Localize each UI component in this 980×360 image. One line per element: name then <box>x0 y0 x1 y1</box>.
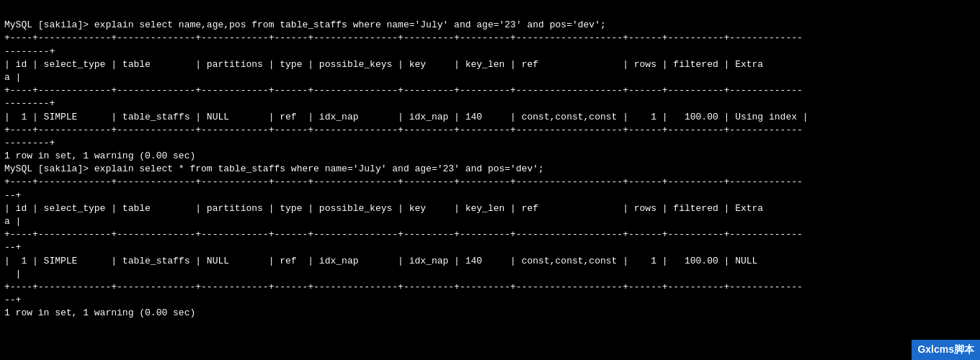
terminal-line: | id | select_type | table | partitions … <box>4 58 976 71</box>
terminal-line: | id | select_type | table | partitions … <box>4 202 976 215</box>
terminal-line: +----+-------------+--------------+-----… <box>4 281 976 294</box>
terminal-line: a | <box>4 215 976 228</box>
terminal-line: 1 row in set, 1 warning (0.00 sec) <box>4 307 976 320</box>
terminal-line: +----+-------------+--------------+-----… <box>4 176 976 189</box>
terminal-line: | <box>4 268 976 281</box>
terminal-line: +----+-------------+--------------+-----… <box>4 124 976 137</box>
terminal-window: MySQL [sakila]> explain select name,age,… <box>0 0 980 360</box>
terminal-line: +----+-------------+--------------+-----… <box>4 228 976 241</box>
terminal-line: --------+ <box>4 137 976 150</box>
terminal-line: --+ <box>4 189 976 202</box>
terminal-line: --------+ <box>4 97 976 110</box>
terminal-line: MySQL [sakila]> explain select * from ta… <box>4 163 976 176</box>
terminal-line: +----+-------------+--------------+-----… <box>4 32 976 45</box>
terminal-line: a | <box>4 71 976 84</box>
terminal-line: | 1 | SIMPLE | table_staffs | NULL | ref… <box>4 111 976 124</box>
terminal-line: MySQL [sakila]> explain select name,age,… <box>4 19 976 32</box>
terminal-line: | 1 | SIMPLE | table_staffs | NULL | ref… <box>4 255 976 268</box>
watermark-label: Gxlcms脚本 <box>912 340 980 360</box>
terminal-line: --+ <box>4 241 976 254</box>
terminal-line: +----+-------------+--------------+-----… <box>4 84 976 97</box>
terminal-line: 1 row in set, 1 warning (0.00 sec) <box>4 150 976 163</box>
terminal-line: --+ <box>4 294 976 307</box>
terminal-line: --------+ <box>4 45 976 58</box>
